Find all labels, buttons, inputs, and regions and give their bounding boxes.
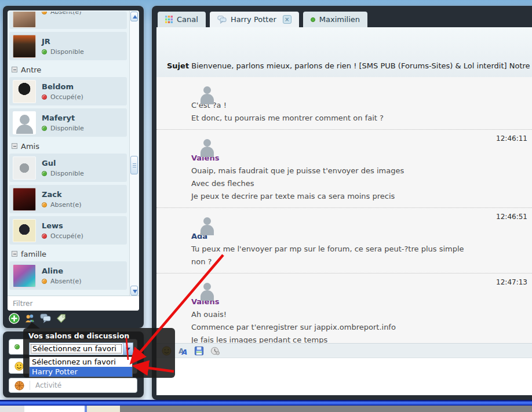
avatar	[13, 12, 36, 28]
contact-row[interactable]: Gul Disponible	[9, 154, 127, 182]
tab-label: Canal	[177, 15, 198, 24]
chat-panel: Canal Harry Potter × Maximilien Sujet Bi…	[152, 6, 532, 400]
save-icon[interactable]	[194, 346, 204, 356]
contact-row[interactable]: Lews Occupé(e)	[9, 216, 127, 245]
message-line: Je peux te decrire par texte mais ca ser…	[191, 190, 473, 203]
group-label: Antre	[21, 65, 41, 74]
activity-input[interactable]	[35, 381, 137, 389]
group-label: famille	[21, 250, 46, 258]
message-line: Commence par t'enregistrer sur jappix.om…	[191, 321, 473, 334]
message-line: C'est ?a !	[191, 99, 473, 112]
presence-online-dot	[42, 171, 47, 176]
roster-scrollbar[interactable]	[129, 11, 139, 296]
favorite-room-select[interactable]: Sélectionnez un favori	[29, 342, 133, 355]
timestamp: 12:47:13	[496, 278, 527, 286]
message-input[interactable]	[156, 358, 532, 395]
contact-name: Lews	[42, 221, 83, 230]
roster-filter[interactable]	[8, 296, 139, 311]
tab-canal[interactable]: Canal	[158, 12, 206, 27]
avatar	[13, 264, 36, 287]
taskbar-segment	[0, 406, 24, 412]
contact-status: Occupé(e)	[50, 232, 83, 240]
message-group: Valens 12:47:13 Ah ouais! Commence par t…	[156, 274, 532, 343]
message-line: Avec des fleches	[191, 177, 473, 190]
contact-name: Gul	[42, 159, 84, 167]
contact-row[interactable]: JR Disponible	[9, 32, 127, 60]
avatar	[199, 282, 216, 301]
group-label: Amis	[21, 142, 39, 151]
contact-row[interactable]: Aline Absent(e)	[9, 261, 127, 290]
avatar	[13, 219, 36, 242]
chat-content: Sujet Bienvenue, parlons mieux, parlons …	[156, 27, 532, 395]
desktop: { "roster": { "filter_placeholder": "Fil…	[0, 0, 532, 412]
contact-name: JR	[42, 37, 84, 46]
dropdown-option-selected[interactable]: Harry Potter	[30, 367, 132, 377]
filter-input[interactable]	[8, 296, 139, 311]
contact-row[interactable]: Maferyt Disponible	[9, 108, 127, 137]
tag-icon[interactable]	[56, 313, 67, 324]
contact-status: Disponible	[50, 125, 84, 132]
message-group: C'est ?a ! Et donc, tu pourrais me montr…	[156, 77, 532, 130]
collapse-icon[interactable]	[12, 143, 17, 149]
dropdown-option[interactable]: Sélectionnez un favori	[30, 357, 132, 367]
message-group: Ada 12:46:51 Tu peux me l'envoyer par mp…	[156, 208, 532, 274]
bubbles-icon	[217, 16, 227, 24]
presence-online-dot	[42, 126, 47, 131]
rooms-popup: Vos salons de discussion Sélectionnez un…	[23, 328, 175, 378]
window-bottom-border	[0, 400, 532, 406]
presence-away-dot	[42, 279, 47, 284]
taskbar	[0, 406, 532, 412]
contact-status: Absent(e)	[50, 201, 82, 209]
close-icon[interactable]: ×	[283, 15, 291, 24]
scroll-thumb[interactable]	[130, 156, 138, 174]
collapse-icon[interactable]	[12, 251, 17, 257]
chevron-down-icon[interactable]	[123, 343, 133, 355]
sender-name: Valens	[191, 152, 473, 165]
message-line: Et donc, tu pourrais me montrer comment …	[191, 112, 473, 125]
divider	[30, 381, 30, 391]
timestamp: 12:46:51	[496, 213, 527, 221]
chat-toolbar: A A	[156, 343, 532, 358]
collapse-icon[interactable]	[12, 67, 17, 72]
roster-group-antre[interactable]: Antre	[12, 65, 127, 74]
contact-name: Beldom	[42, 82, 83, 91]
message-line: Je fais les images pendant ce temps	[191, 334, 473, 343]
contact-row[interactable]: Beldom Occupé(e)	[9, 77, 127, 105]
contact-row[interactable]: Absent(e)	[9, 12, 127, 29]
activity-ball-icon	[14, 381, 24, 391]
history-icon[interactable]	[210, 346, 220, 356]
contact-name: Maferyt	[42, 114, 84, 122]
scroll-down-button[interactable]	[130, 286, 138, 296]
rooms-bubbles-icon[interactable]	[40, 313, 51, 324]
avatar	[13, 156, 36, 180]
contact-name: Zack	[42, 190, 82, 199]
contact-status: Absent(e)	[50, 278, 82, 285]
roster-group-famille[interactable]: famille	[12, 249, 127, 258]
avatar	[13, 111, 36, 134]
message-line: Ah ouais!	[191, 308, 473, 321]
contact-status: Disponible	[50, 48, 84, 56]
message-line: Ouaip, mais faudrait que je puisse t'env…	[191, 165, 473, 177]
scroll-up-button[interactable]	[130, 12, 138, 21]
timestamp: 12:46:11	[496, 134, 527, 143]
activity-row[interactable]	[9, 378, 137, 393]
presence-away-dot	[42, 12, 47, 14]
tab-maximilien[interactable]: Maximilien	[303, 12, 367, 27]
roster-group-amis[interactable]: Amis	[12, 141, 127, 151]
tab-label: Harry Potter	[231, 15, 276, 24]
tab-harry-potter[interactable]: Harry Potter ×	[210, 12, 299, 27]
avatar	[199, 138, 216, 157]
room-banner: Sujet Bienvenue, parlons mieux, parlons …	[156, 27, 532, 77]
avatar	[199, 217, 216, 235]
add-contact-icon[interactable]	[9, 313, 20, 324]
select-dropdown-list: Sélectionnez un favori Harry Potter	[29, 356, 133, 377]
presence-busy-dot	[42, 94, 47, 100]
taskbar-segment	[87, 406, 120, 412]
contact-status: Occupé(e)	[50, 93, 83, 101]
subject-label: Sujet	[167, 61, 189, 70]
sender-name: Valens	[191, 296, 473, 308]
avatar	[13, 80, 36, 103]
contact-row[interactable]: Zack Absent(e)	[9, 185, 127, 213]
text-style-icon[interactable]: A A	[178, 346, 188, 356]
contact-name: Aline	[42, 267, 82, 275]
